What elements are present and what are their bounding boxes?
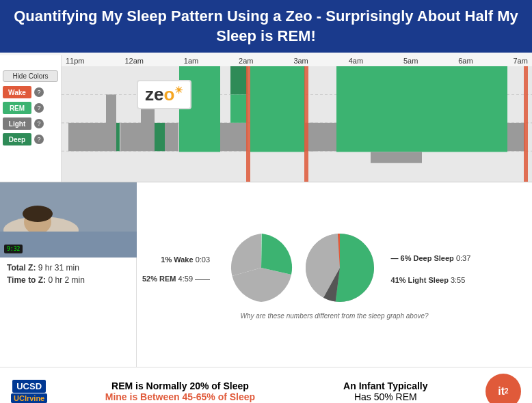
light-help-icon[interactable]: ? (34, 119, 44, 128)
pie-wake-label: 1% Wake 0:03 (142, 255, 210, 264)
time-4am: 4am (349, 57, 363, 65)
svg-rect-14 (230, 95, 248, 123)
pie-labels-left: 1% Wake 0:03 52% REM 4:59 —— (142, 255, 210, 283)
time-to-z-label: Time to Z: (7, 275, 46, 285)
svg-rect-22 (371, 66, 422, 152)
rem-help-icon[interactable]: ? (34, 103, 44, 113)
svg-rect-10 (165, 123, 178, 151)
pie-question: Why are these numbers different from the… (240, 312, 428, 320)
svg-rect-16 (246, 66, 250, 182)
sleep-bars-container: zeo☀ (62, 66, 532, 182)
main-content: Hide Colors Wake ? REM ? Light (0, 53, 532, 403)
svg-point-32 (23, 206, 53, 222)
time-7am: 7am (514, 57, 528, 65)
time-axis: 11pm 12am 1am 2am 3am 4am 5am 6am 7am (62, 55, 532, 66)
time-1am: 1am (184, 57, 198, 65)
deep-help-icon[interactable]: ? (34, 135, 44, 144)
page-header: Quantifying My Sleep Pattern Using a Zeo… (0, 0, 532, 53)
infant-title: An Infant Typically (343, 380, 427, 391)
legend-panel: Hide Colors Wake ? REM ? Light (0, 55, 62, 182)
legend-wake: Wake ? (3, 86, 58, 98)
left-panel: 9:32 Total Z: 9 hr 31 min Time to Z: 0 h… (0, 182, 137, 367)
svg-rect-23 (371, 152, 422, 163)
time-2am: 2am (239, 57, 253, 65)
pie-light-pct: 41% Light Sleep (391, 276, 449, 284)
zeo-dot: o (163, 84, 174, 105)
time-12am: 12am (124, 57, 144, 65)
chart-area: Hide Colors Wake ? REM ? Light (0, 53, 532, 182)
it2-logo: it2 (486, 374, 521, 403)
svg-rect-4 (68, 123, 106, 151)
time-to-z-row: Time to Z: 0 hr 2 min (7, 275, 129, 285)
svg-rect-6 (116, 123, 120, 151)
svg-rect-9 (155, 123, 165, 151)
svg-rect-20 (309, 123, 336, 151)
footer: UCSD UCIrvine REM is Normally 20% of Sle… (0, 367, 532, 403)
bottom-section: 9:32 Total Z: 9 hr 31 min Time to Z: 0 h… (0, 182, 532, 367)
hide-colors-button[interactable]: Hide Colors (3, 70, 58, 82)
wake-help-icon[interactable]: ? (34, 87, 44, 97)
rem-stats-block: REM is Normally 20% of Sleep Mine is Bet… (105, 380, 255, 402)
infant-text: Has 50% REM (343, 391, 427, 402)
time-11pm: 11pm (66, 57, 85, 65)
pie-labels-right: — 6% Deep Sleep 0:37 41% Light Sleep 3:5… (391, 254, 471, 284)
pie-chart-rebuilt (302, 230, 377, 305)
pie-light-label: 41% Light Sleep 3:55 (391, 276, 471, 284)
rem-mine-text: Mine is Between 45-65% of Sleep (105, 391, 255, 402)
stats-panel: Total Z: 9 hr 31 min Time to Z: 0 hr 2 m… (0, 258, 136, 367)
svg-rect-17 (250, 66, 305, 152)
footer-logos: UCSD UCIrvine (11, 380, 47, 403)
time-6am: 6am (458, 57, 473, 65)
time-to-z-value: 0 hr 2 min (48, 275, 84, 285)
time-5am: 5am (403, 57, 418, 65)
svg-rect-21 (336, 66, 371, 152)
svg-rect-5 (106, 95, 116, 152)
pie-chart-svg (224, 230, 299, 305)
svg-rect-15 (230, 123, 248, 151)
deep-color-box: Deep (3, 133, 31, 145)
uci-logo: UCIrvine (11, 393, 47, 403)
svg-rect-26 (507, 123, 525, 151)
svg-rect-27 (524, 66, 528, 182)
svg-rect-7 (120, 123, 141, 151)
pie-container: 1% Wake 0:03 52% REM 4:59 —— (142, 230, 527, 308)
pie-deep-label: — 6% Deep Sleep 0:37 (391, 254, 471, 262)
total-z-label: Total Z: (7, 263, 36, 273)
zeo-logo: zeo☀ (137, 80, 191, 109)
wake-color-box: Wake (3, 86, 31, 98)
chart-wrapper: 11pm 12am 1am 2am 3am 4am 5am 6am 7am ze… (62, 55, 532, 182)
pie-wake-pct: 1% Wake (161, 255, 193, 264)
pie-deep-pct: — 6% Deep Sleep (391, 254, 454, 262)
pie-panel: 1% Wake 0:03 52% REM 4:59 —— (137, 182, 532, 367)
svg-rect-24 (422, 66, 473, 152)
pie-rem-pct: 52% REM (142, 275, 176, 283)
total-z-row: Total Z: 9 hr 31 min (7, 263, 129, 273)
chart-top-row: Hide Colors Wake ? REM ? Light (0, 55, 532, 182)
svg-rect-19 (304, 66, 308, 182)
ucsd-logo: UCSD (12, 380, 46, 393)
light-color-box: Light (3, 117, 31, 130)
legend-rem: REM ? (3, 102, 58, 114)
footer-text-area: REM is Normally 20% of Sleep Mine is Bet… (61, 380, 472, 402)
sleep-chart-svg (62, 66, 532, 182)
device-badge: 9:32 (4, 245, 23, 253)
rem-normal-text: REM is Normally 20% of Sleep (105, 380, 255, 391)
svg-rect-13 (230, 66, 248, 94)
sleep-image: 9:32 (0, 182, 137, 258)
page-title: Quantifying My Sleep Pattern Using a Zeo… (14, 8, 518, 44)
infant-block: An Infant Typically Has 50% REM (343, 380, 427, 402)
pie-rem-label: 52% REM 4:59 —— (142, 275, 210, 283)
rem-color-box: REM (3, 102, 31, 114)
legend-deep: Deep ? (3, 133, 58, 145)
svg-rect-12 (220, 123, 230, 151)
svg-rect-25 (473, 66, 507, 152)
legend-light: Light ? (3, 117, 58, 130)
pie-svg-wrap (224, 230, 377, 308)
total-z-value: 9 hr 31 min (38, 263, 79, 273)
time-3am: 3am (293, 57, 308, 65)
